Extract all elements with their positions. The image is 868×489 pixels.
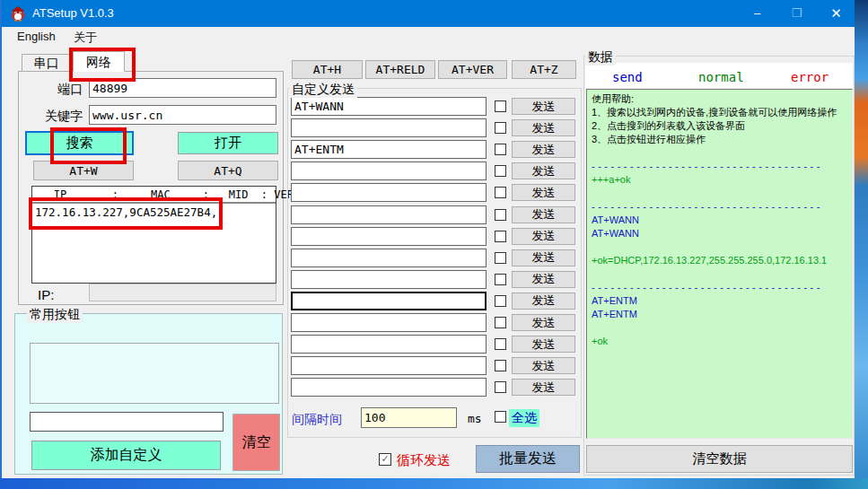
atq-button[interactable]: AT+Q xyxy=(178,161,278,180)
log-line: ------------------------------------ xyxy=(592,160,847,173)
loop-send-checkbox[interactable]: ✓ xyxy=(379,453,391,466)
log-line: AT+WANN xyxy=(592,214,847,227)
custom-command-input[interactable] xyxy=(291,249,487,267)
title-bar[interactable]: ATSetup V1.0.3 – ❒ ✕ xyxy=(2,0,855,27)
send-button[interactable]: 发送 xyxy=(512,228,575,245)
row-checkbox[interactable] xyxy=(495,100,506,112)
interval-label: 间隔时间 xyxy=(292,412,342,428)
row-checkbox[interactable] xyxy=(495,274,506,285)
interval-unit: ms xyxy=(468,412,482,425)
ip-input xyxy=(89,284,276,301)
legend-send: send xyxy=(612,70,643,84)
device-list-header: IP : MAC : MID : VER xyxy=(32,187,276,204)
search-button[interactable]: 搜索 xyxy=(25,131,134,155)
desktop-wallpaper-bottom xyxy=(0,478,868,489)
app-window: ATSetup V1.0.3 – ❒ ✕ English 关于 串口 网络 端口… xyxy=(0,0,855,478)
open-button[interactable]: 打开 xyxy=(178,132,278,154)
clear-common-button[interactable]: 清空 xyxy=(232,414,280,471)
data-log[interactable]: 使用帮助: 1、搜索以找到网内的设备,搜到设备就可以使用网络操作 2、点击搜到的… xyxy=(586,89,853,439)
interval-input[interactable] xyxy=(361,407,457,428)
send-button[interactable]: 发送 xyxy=(512,379,575,396)
row-checkbox[interactable] xyxy=(495,165,506,177)
log-line xyxy=(592,187,847,200)
common-buttons-list[interactable] xyxy=(30,343,279,404)
keyword-input[interactable] xyxy=(89,105,276,125)
log-line xyxy=(592,240,847,254)
row-checkbox[interactable] xyxy=(495,338,506,350)
log-line: +++a+ok xyxy=(592,173,847,187)
send-button[interactable]: 发送 xyxy=(512,249,575,266)
ath-button[interactable]: AT+H xyxy=(292,60,363,79)
row-checkbox[interactable] xyxy=(495,295,506,307)
data-group-title: 数据 xyxy=(585,49,616,65)
log-line: 2、点击搜到的列表载入该设备界面 xyxy=(592,119,847,133)
atreld-button[interactable]: AT+RELD xyxy=(365,60,435,79)
custom-command-input[interactable] xyxy=(291,227,487,246)
log-line xyxy=(592,321,847,335)
send-button[interactable]: 发送 xyxy=(512,119,575,136)
log-line: ------------------------------------ xyxy=(592,200,847,214)
select-all-checkbox[interactable] xyxy=(495,411,506,423)
row-checkbox[interactable] xyxy=(495,122,506,134)
device-list-row[interactable]: 172.16.13.227,9CA525AE27B4, xyxy=(32,204,276,219)
atw-button[interactable]: AT+W xyxy=(33,161,134,180)
row-checkbox[interactable] xyxy=(495,187,506,198)
close-button[interactable]: ✕ xyxy=(816,0,856,27)
log-line: AT+ENTM xyxy=(592,294,847,308)
log-line: AT+WANN xyxy=(592,227,847,240)
atz-button[interactable]: AT+Z xyxy=(512,60,576,79)
minimize-button[interactable]: – xyxy=(737,0,777,27)
common-command-input[interactable] xyxy=(30,412,224,432)
custom-command-input[interactable] xyxy=(291,118,487,137)
device-list[interactable]: IP : MAC : MID : VER 172.16.13.227,9CA52… xyxy=(31,186,276,284)
custom-command-input[interactable] xyxy=(291,292,487,310)
custom-command-input[interactable] xyxy=(291,97,487,116)
menu-item-english[interactable]: English xyxy=(17,30,56,43)
log-line xyxy=(592,146,847,160)
custom-command-input[interactable] xyxy=(291,162,487,180)
maximize-button[interactable]: ❒ xyxy=(776,0,817,27)
select-all-label[interactable]: 全选 xyxy=(509,409,539,427)
row-checkbox[interactable] xyxy=(495,231,506,242)
clear-data-button[interactable]: 清空数据 xyxy=(586,445,853,473)
legend-normal: normal xyxy=(698,70,744,84)
custom-command-input[interactable] xyxy=(291,205,487,224)
send-button[interactable]: 发送 xyxy=(512,141,575,158)
custom-command-input[interactable] xyxy=(291,378,487,397)
log-line: +ok=DHCP,172.16.13.227,255.255.255.0,172… xyxy=(592,254,847,267)
window-title: ATSetup V1.0.3 xyxy=(32,6,114,20)
custom-command-input[interactable] xyxy=(291,270,487,289)
row-checkbox[interactable] xyxy=(495,360,506,371)
send-button[interactable]: 发送 xyxy=(512,293,575,310)
menu-item-about[interactable]: 关于 xyxy=(74,30,97,46)
send-button[interactable]: 发送 xyxy=(512,206,575,223)
send-button[interactable]: 发送 xyxy=(512,336,575,353)
tab-serial[interactable]: 串口 xyxy=(22,54,71,72)
port-input[interactable] xyxy=(89,78,276,98)
custom-command-input[interactable] xyxy=(291,313,487,332)
row-checkbox[interactable] xyxy=(495,252,506,264)
custom-command-input[interactable] xyxy=(291,335,487,354)
add-custom-button[interactable]: 添加自定义 xyxy=(31,441,221,470)
batch-send-button[interactable]: 批量发送 xyxy=(476,445,580,473)
tab-network[interactable]: 网络 xyxy=(73,51,125,72)
row-checkbox[interactable] xyxy=(495,317,506,328)
loop-send-label: 循环发送 xyxy=(397,452,451,469)
custom-send-title: 自定义发送 xyxy=(289,82,357,98)
atver-button[interactable]: AT+VER xyxy=(438,60,507,79)
row-checkbox[interactable] xyxy=(495,381,506,393)
custom-command-input[interactable] xyxy=(291,356,487,375)
log-line: +ok xyxy=(592,335,847,348)
send-button[interactable]: 发送 xyxy=(512,98,575,115)
send-button[interactable]: 发送 xyxy=(512,184,575,201)
row-checkbox[interactable] xyxy=(495,144,506,155)
port-label: 端口 xyxy=(29,82,83,98)
send-button[interactable]: 发送 xyxy=(512,162,575,179)
custom-command-input[interactable] xyxy=(291,183,487,202)
send-button[interactable]: 发送 xyxy=(512,357,575,374)
custom-command-input[interactable] xyxy=(291,140,487,159)
ip-label: IP: xyxy=(38,287,54,302)
row-checkbox[interactable] xyxy=(495,209,506,221)
send-button[interactable]: 发送 xyxy=(512,314,575,331)
send-button[interactable]: 发送 xyxy=(512,271,575,288)
